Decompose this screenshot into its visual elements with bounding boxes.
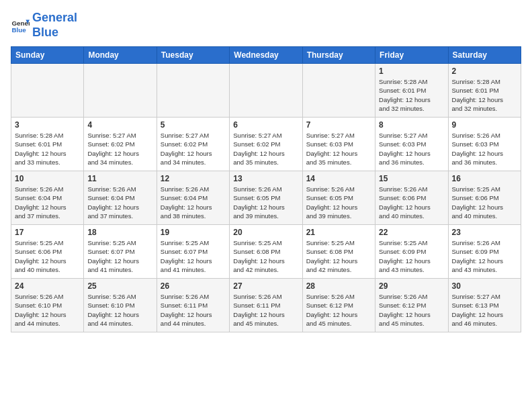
day-info: Sunrise: 5:26 AMSunset: 6:11 PMDaylight:… xyxy=(233,292,298,328)
calendar-cell: 7Sunrise: 5:27 AMSunset: 6:03 PMDaylight… xyxy=(302,118,375,171)
calendar-week-row: 1Sunrise: 5:28 AMSunset: 6:01 PMDaylight… xyxy=(11,64,521,118)
day-number: 27 xyxy=(233,281,298,291)
weekday-header: Saturday xyxy=(448,47,521,64)
day-number: 19 xyxy=(161,228,226,237)
day-info: Sunrise: 5:25 AMSunset: 6:06 PMDaylight:… xyxy=(452,185,517,220)
calendar-cell: 21Sunrise: 5:25 AMSunset: 6:08 PMDayligh… xyxy=(302,225,375,279)
day-number: 26 xyxy=(161,281,226,291)
day-number: 5 xyxy=(161,120,226,130)
calendar-cell: 15Sunrise: 5:26 AMSunset: 6:06 PMDayligh… xyxy=(375,171,448,225)
day-info: Sunrise: 5:25 AMSunset: 6:08 PMDaylight:… xyxy=(233,238,298,274)
logo-icon: General Blue xyxy=(11,16,30,35)
day-info: Sunrise: 5:26 AMSunset: 6:05 PMDaylight:… xyxy=(306,185,371,220)
day-number: 10 xyxy=(15,174,80,183)
calendar-cell xyxy=(302,64,375,118)
calendar-cell xyxy=(157,64,229,118)
day-info: Sunrise: 5:25 AMSunset: 6:08 PMDaylight:… xyxy=(306,238,371,274)
day-info: Sunrise: 5:25 AMSunset: 6:07 PMDaylight:… xyxy=(87,238,152,274)
day-number: 11 xyxy=(87,174,152,183)
day-number: 13 xyxy=(233,174,298,183)
day-info: Sunrise: 5:25 AMSunset: 6:09 PMDaylight:… xyxy=(379,238,444,274)
calendar-header-row: SundayMondayTuesdayWednesdayThursdayFrid… xyxy=(11,47,521,64)
calendar-cell xyxy=(84,64,157,118)
calendar-cell: 9Sunrise: 5:26 AMSunset: 6:03 PMDaylight… xyxy=(448,118,521,171)
calendar-cell: 20Sunrise: 5:25 AMSunset: 6:08 PMDayligh… xyxy=(230,225,302,279)
day-info: Sunrise: 5:25 AMSunset: 6:06 PMDaylight:… xyxy=(15,238,80,274)
calendar-cell: 3Sunrise: 5:28 AMSunset: 6:01 PMDaylight… xyxy=(11,118,84,171)
day-number: 2 xyxy=(452,66,517,76)
day-info: Sunrise: 5:26 AMSunset: 6:12 PMDaylight:… xyxy=(379,292,444,328)
day-info: Sunrise: 5:28 AMSunset: 6:01 PMDaylight:… xyxy=(15,131,80,167)
day-info: Sunrise: 5:27 AMSunset: 6:13 PMDaylight:… xyxy=(452,292,517,328)
day-info: Sunrise: 5:27 AMSunset: 6:03 PMDaylight:… xyxy=(379,131,444,167)
day-info: Sunrise: 5:26 AMSunset: 6:03 PMDaylight:… xyxy=(452,131,517,167)
calendar-week-row: 10Sunrise: 5:26 AMSunset: 6:04 PMDayligh… xyxy=(11,171,521,225)
calendar-cell: 8Sunrise: 5:27 AMSunset: 6:03 PMDaylight… xyxy=(375,118,448,171)
day-number: 21 xyxy=(306,228,371,237)
day-info: Sunrise: 5:26 AMSunset: 6:10 PMDaylight:… xyxy=(87,292,152,328)
day-number: 7 xyxy=(306,120,371,130)
weekday-header: Tuesday xyxy=(157,47,229,64)
calendar-cell: 19Sunrise: 5:25 AMSunset: 6:07 PMDayligh… xyxy=(157,225,229,279)
day-info: Sunrise: 5:26 AMSunset: 6:10 PMDaylight:… xyxy=(15,292,80,328)
day-info: Sunrise: 5:26 AMSunset: 6:04 PMDaylight:… xyxy=(15,185,80,220)
calendar-cell: 6Sunrise: 5:27 AMSunset: 6:02 PMDaylight… xyxy=(230,118,302,171)
day-number: 17 xyxy=(15,228,80,237)
calendar-cell: 22Sunrise: 5:25 AMSunset: 6:09 PMDayligh… xyxy=(375,225,448,279)
weekday-header: Wednesday xyxy=(230,47,302,64)
logo-text: GeneralBlue xyxy=(32,11,77,40)
calendar-cell: 25Sunrise: 5:26 AMSunset: 6:10 PMDayligh… xyxy=(84,279,157,332)
calendar-cell: 4Sunrise: 5:27 AMSunset: 6:02 PMDaylight… xyxy=(84,118,157,171)
calendar-table: SundayMondayTuesdayWednesdayThursdayFrid… xyxy=(11,46,521,332)
day-info: Sunrise: 5:27 AMSunset: 6:03 PMDaylight:… xyxy=(306,131,371,167)
calendar-cell: 30Sunrise: 5:27 AMSunset: 6:13 PMDayligh… xyxy=(448,279,521,332)
day-number: 8 xyxy=(379,120,444,130)
calendar-cell: 5Sunrise: 5:27 AMSunset: 6:02 PMDaylight… xyxy=(157,118,229,171)
day-info: Sunrise: 5:26 AMSunset: 6:05 PMDaylight:… xyxy=(233,185,298,220)
calendar-cell: 10Sunrise: 5:26 AMSunset: 6:04 PMDayligh… xyxy=(11,171,84,225)
day-number: 16 xyxy=(452,174,517,183)
day-info: Sunrise: 5:25 AMSunset: 6:07 PMDaylight:… xyxy=(161,238,226,274)
calendar-week-row: 3Sunrise: 5:28 AMSunset: 6:01 PMDaylight… xyxy=(11,118,521,171)
calendar-cell: 16Sunrise: 5:25 AMSunset: 6:06 PMDayligh… xyxy=(448,171,521,225)
day-info: Sunrise: 5:28 AMSunset: 6:01 PMDaylight:… xyxy=(452,77,517,113)
day-number: 4 xyxy=(87,120,152,130)
calendar-cell: 18Sunrise: 5:25 AMSunset: 6:07 PMDayligh… xyxy=(84,225,157,279)
calendar-cell: 29Sunrise: 5:26 AMSunset: 6:12 PMDayligh… xyxy=(375,279,448,332)
weekday-header: Monday xyxy=(84,47,157,64)
calendar-cell xyxy=(230,64,302,118)
day-number: 1 xyxy=(379,66,444,76)
day-number: 6 xyxy=(233,120,298,130)
day-number: 29 xyxy=(379,281,444,291)
day-number: 30 xyxy=(452,281,517,291)
day-number: 15 xyxy=(379,174,444,183)
day-info: Sunrise: 5:26 AMSunset: 6:04 PMDaylight:… xyxy=(161,185,226,220)
weekday-header: Sunday xyxy=(11,47,84,64)
day-info: Sunrise: 5:26 AMSunset: 6:11 PMDaylight:… xyxy=(161,292,226,328)
day-info: Sunrise: 5:26 AMSunset: 6:06 PMDaylight:… xyxy=(379,185,444,220)
day-number: 22 xyxy=(379,228,444,237)
day-number: 9 xyxy=(452,120,517,130)
calendar-cell: 1Sunrise: 5:28 AMSunset: 6:01 PMDaylight… xyxy=(375,64,448,118)
weekday-header: Thursday xyxy=(302,47,375,64)
page-header: General Blue GeneralBlue xyxy=(11,11,521,40)
calendar-week-row: 17Sunrise: 5:25 AMSunset: 6:06 PMDayligh… xyxy=(11,225,521,279)
calendar-cell: 13Sunrise: 5:26 AMSunset: 6:05 PMDayligh… xyxy=(230,171,302,225)
calendar-cell: 27Sunrise: 5:26 AMSunset: 6:11 PMDayligh… xyxy=(230,279,302,332)
day-info: Sunrise: 5:28 AMSunset: 6:01 PMDaylight:… xyxy=(379,77,444,113)
calendar-cell: 12Sunrise: 5:26 AMSunset: 6:04 PMDayligh… xyxy=(157,171,229,225)
day-number: 24 xyxy=(15,281,80,291)
calendar-cell: 26Sunrise: 5:26 AMSunset: 6:11 PMDayligh… xyxy=(157,279,229,332)
day-number: 20 xyxy=(233,228,298,237)
day-number: 23 xyxy=(452,228,517,237)
calendar-cell xyxy=(11,64,84,118)
calendar-cell: 28Sunrise: 5:26 AMSunset: 6:12 PMDayligh… xyxy=(302,279,375,332)
calendar-cell: 17Sunrise: 5:25 AMSunset: 6:06 PMDayligh… xyxy=(11,225,84,279)
calendar-cell: 14Sunrise: 5:26 AMSunset: 6:05 PMDayligh… xyxy=(302,171,375,225)
day-info: Sunrise: 5:26 AMSunset: 6:09 PMDaylight:… xyxy=(452,238,517,274)
day-info: Sunrise: 5:26 AMSunset: 6:04 PMDaylight:… xyxy=(87,185,152,220)
day-info: Sunrise: 5:27 AMSunset: 6:02 PMDaylight:… xyxy=(233,131,298,167)
calendar-week-row: 24Sunrise: 5:26 AMSunset: 6:10 PMDayligh… xyxy=(11,279,521,332)
day-number: 18 xyxy=(87,228,152,237)
day-info: Sunrise: 5:26 AMSunset: 6:12 PMDaylight:… xyxy=(306,292,371,328)
